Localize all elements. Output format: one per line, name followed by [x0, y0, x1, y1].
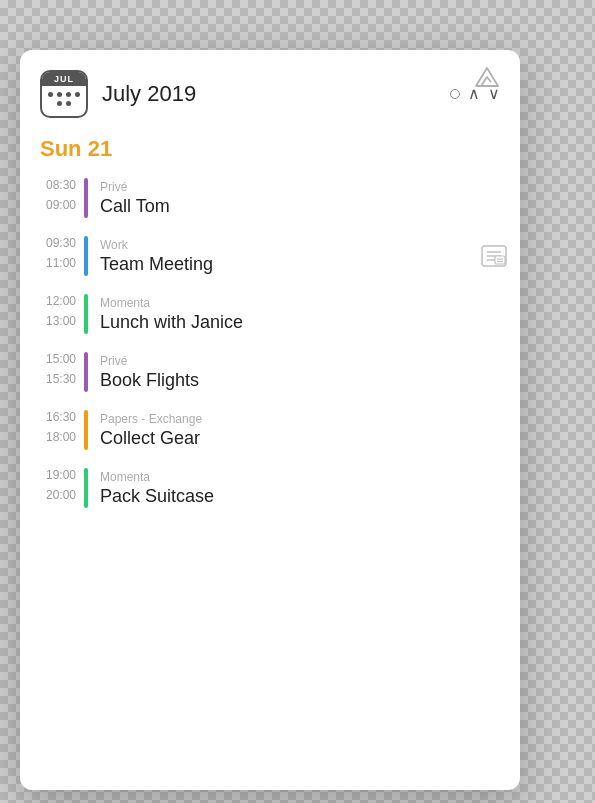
mountain-icon: [474, 66, 500, 94]
event-category: Privé: [100, 180, 508, 194]
event-row[interactable]: 15:00 15:30 Privé Book Flights: [32, 352, 508, 392]
event-title: Call Tom: [100, 196, 508, 217]
event-content: Privé Call Tom: [100, 178, 508, 218]
event-title: Book Flights: [100, 370, 508, 391]
event-start-time: 12:00: [46, 294, 76, 310]
event-row[interactable]: 16:30 18:00 Papers - Exchange Collect Ge…: [32, 410, 508, 450]
month-year-title: July 2019: [102, 81, 436, 107]
event-category: Work: [100, 238, 472, 252]
event-content: Work Team Meeting: [100, 236, 472, 276]
event-times: 19:00 20:00: [32, 468, 84, 508]
event-title: Team Meeting: [100, 254, 472, 275]
event-start-time: 19:00: [46, 468, 76, 484]
calendar-month-label: JUL: [42, 72, 86, 86]
event-row[interactable]: 12:00 13:00 Momenta Lunch with Janice: [32, 294, 508, 334]
app-window: JUL July 2019 ∧ ∨ Sun 21 08:30 09:00: [20, 50, 520, 790]
calendar-dot: [66, 101, 71, 106]
event-start-time: 09:30: [46, 236, 76, 252]
event-start-time: 08:30: [46, 178, 76, 194]
event-times: 16:30 18:00: [32, 410, 84, 450]
event-times: 08:30 09:00: [32, 178, 84, 218]
calendar-dot: [75, 92, 80, 97]
calendar-dot: [66, 92, 71, 97]
event-content: Momenta Lunch with Janice: [100, 294, 508, 334]
event-row[interactable]: 09:30 11:00 Work Team Meeting: [32, 236, 508, 276]
event-color-bar: [84, 352, 88, 392]
event-content: Papers - Exchange Collect Gear: [100, 410, 508, 450]
event-start-time: 15:00: [46, 352, 76, 368]
event-category: Momenta: [100, 470, 508, 484]
event-color-bar: [84, 178, 88, 218]
event-start-time: 16:30: [46, 410, 76, 426]
event-color-bar: [84, 468, 88, 508]
event-end-time: 09:00: [46, 198, 76, 214]
event-times: 15:00 15:30: [32, 352, 84, 392]
event-category: Privé: [100, 354, 508, 368]
event-color-bar: [84, 294, 88, 334]
svg-rect-5: [495, 256, 505, 264]
event-end-time: 20:00: [46, 488, 76, 504]
event-color-bar: [84, 236, 88, 276]
event-end-time: 18:00: [46, 430, 76, 446]
event-times: 09:30 11:00: [32, 236, 84, 276]
attachment-icon[interactable]: [472, 236, 508, 276]
event-color-bar: [84, 410, 88, 450]
calendar-dot: [57, 101, 62, 106]
event-row[interactable]: 08:30 09:00 Privé Call Tom: [32, 178, 508, 218]
event-end-time: 11:00: [46, 256, 76, 272]
event-category: Papers - Exchange: [100, 412, 508, 426]
event-row[interactable]: 19:00 20:00 Momenta Pack Suitcase: [32, 468, 508, 508]
calendar-dot: [48, 92, 53, 97]
event-content: Momenta Pack Suitcase: [100, 468, 508, 508]
calendar-dots: [42, 86, 86, 108]
event-title: Lunch with Janice: [100, 312, 508, 333]
event-title: Collect Gear: [100, 428, 508, 449]
day-label: Sun 21: [20, 130, 520, 178]
calendar-icon: JUL: [40, 70, 88, 118]
event-end-time: 13:00: [46, 314, 76, 330]
event-end-time: 15:30: [46, 372, 76, 388]
calendar-dot: [57, 92, 62, 97]
event-times: 12:00 13:00: [32, 294, 84, 334]
circle-control[interactable]: [450, 89, 460, 99]
event-content: Privé Book Flights: [100, 352, 508, 392]
event-title: Pack Suitcase: [100, 486, 508, 507]
event-category: Momenta: [100, 296, 508, 310]
header: JUL July 2019 ∧ ∨: [20, 50, 520, 130]
events-list: 08:30 09:00 Privé Call Tom 09:30 11:00 W…: [20, 178, 520, 546]
